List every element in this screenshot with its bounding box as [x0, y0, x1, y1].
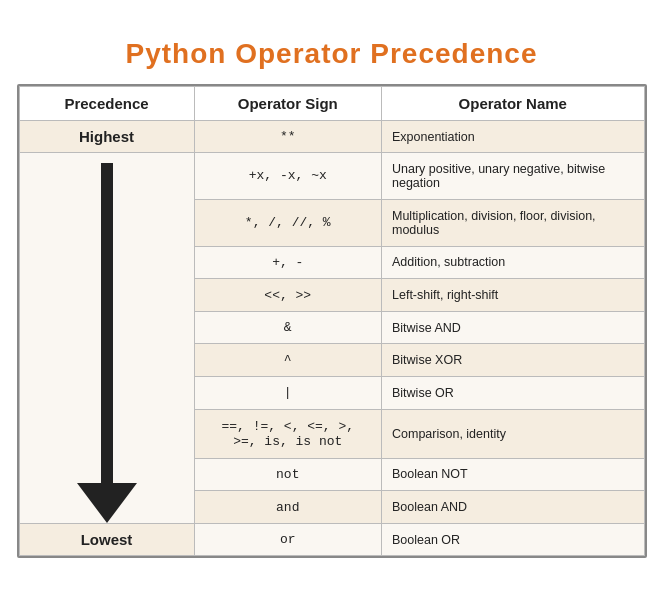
operator-sign: and — [194, 491, 382, 524]
operator-name: Multiplication, division, floor, divisio… — [382, 199, 645, 246]
operator-name: Bitwise XOR — [382, 344, 645, 377]
operator-name: Bitwise OR — [382, 377, 645, 410]
operator-name: Boolean OR — [382, 524, 645, 556]
operator-sign: ==, !=, <, <=, >,>=, is, is not — [194, 409, 382, 458]
precedence-arrow — [77, 153, 137, 523]
col-header-name: Operator Name — [382, 87, 645, 121]
operator-sign: +, - — [194, 246, 382, 279]
table-row: LowestorBoolean OR — [19, 524, 644, 556]
page-title: Python Operator Precedence — [17, 38, 647, 70]
col-header-precedence: Precedence — [19, 87, 194, 121]
operator-sign: +x, -x, ~x — [194, 153, 382, 200]
operator-name: Unary positive, unary negative, bitwise … — [382, 153, 645, 200]
operator-name: Left-shift, right-shift — [382, 279, 645, 312]
operator-name: Bitwise AND — [382, 311, 645, 344]
operator-sign: & — [194, 311, 382, 344]
col-header-sign: Operator Sign — [194, 87, 382, 121]
svg-rect-0 — [101, 163, 113, 483]
operator-sign: *, /, //, % — [194, 199, 382, 246]
precedence-table: Precedence Operator Sign Operator Name H… — [19, 86, 645, 556]
operator-name: Comparison, identity — [382, 409, 645, 458]
operator-name: Exponentiation — [382, 121, 645, 153]
precedence-label-highest: Highest — [19, 121, 194, 153]
main-container: Python Operator Precedence Precedence Op… — [17, 28, 647, 568]
svg-marker-1 — [77, 483, 137, 523]
operator-sign: ^ — [194, 344, 382, 377]
table-row: +x, -x, ~xUnary positive, unary negative… — [19, 153, 644, 200]
operator-name: Addition, subtraction — [382, 246, 645, 279]
operator-sign: ** — [194, 121, 382, 153]
operator-name: Boolean AND — [382, 491, 645, 524]
table-wrapper: Precedence Operator Sign Operator Name H… — [17, 84, 647, 558]
operator-sign: or — [194, 524, 382, 556]
operator-sign: | — [194, 377, 382, 410]
operator-sign: not — [194, 458, 382, 491]
table-header-row: Precedence Operator Sign Operator Name — [19, 87, 644, 121]
operator-name: Boolean NOT — [382, 458, 645, 491]
table-row: Highest**Exponentiation — [19, 121, 644, 153]
arrow-cell — [19, 153, 194, 524]
operator-sign: <<, >> — [194, 279, 382, 312]
precedence-label-lowest: Lowest — [19, 524, 194, 556]
